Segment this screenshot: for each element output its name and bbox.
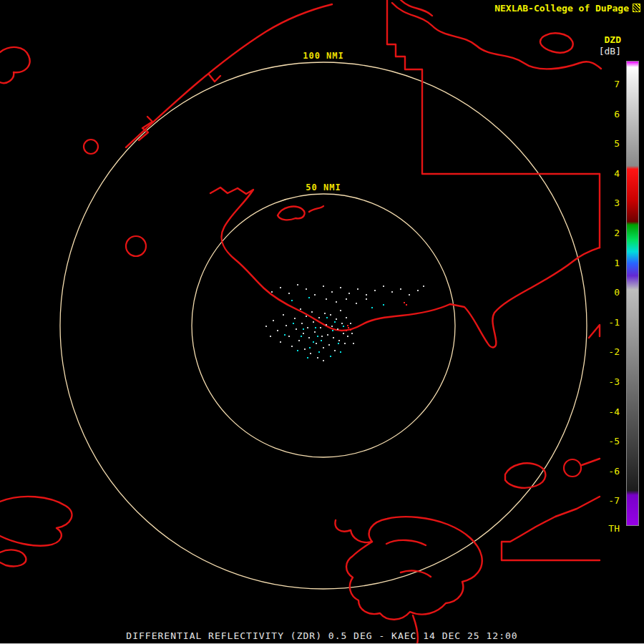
radar-echo-pixel [270,336,271,337]
radar-echo-pixel [328,344,330,346]
radar-echo-pixel [313,321,314,323]
radar-echo-pixel [417,290,419,291]
radar-echo-pixel [353,343,354,344]
product-status-text: DIFFERENTIAL REFLECTIVITY (ZDR) 0.5 DEG … [0,630,644,641]
map-boundary-path [309,206,323,212]
radar-echo-pixel [323,347,324,348]
radar-echo-pixel [277,330,278,331]
range-ring-label: 100 NMI [299,50,348,62]
radar-echo-pixel [348,327,349,328]
colorbar-tick: 4 [600,168,620,180]
radar-echo-pixel [334,321,336,323]
radar-echo-pixel [303,333,304,334]
radar-echo-pixel [366,298,367,300]
radar-echo-pixel [409,294,410,296]
radar-echo-pixel [347,325,348,326]
radar-echo-pixel [291,346,293,347]
map-boundary-path [346,517,482,620]
radar-echo-pixel [400,288,401,290]
radar-echo-pixel [350,323,351,324]
colorbar-tick: 6 [600,109,620,120]
radar-echo-pixel [314,294,316,296]
radar-echo-pixel [297,350,298,351]
map-boundary-path [0,497,72,546]
radar-echo-pixel [343,333,344,334]
radar-echo-pixel [288,293,290,294]
map-boundary-path [0,550,26,566]
radar-echo-pixel [308,337,310,338]
radar-echo-pixel [291,300,293,301]
app-title-text: NEXLAB-College of DuPage [494,3,629,14]
map-boundary-path [278,207,305,220]
radar-echo-pixel [324,313,326,314]
radar-echo-pixel [309,347,311,348]
radar-echo-pixel [273,320,274,321]
radar-echo-pixel [340,287,341,288]
radar-echo-pixel [423,286,424,287]
colorbar-tick: -1 [600,317,620,328]
colorbar-product-label: DZD [600,34,621,45]
map-small-circle [126,236,146,256]
colorbar-tick: 5 [600,138,620,150]
radar-echo-pixel [284,334,286,336]
radar-echo-pixel [280,287,281,288]
colorbar-tick: -3 [600,376,620,388]
radar-echo-pixel [288,336,290,337]
radar-echo-pixel [406,304,407,306]
radar-echo-pixel [310,353,311,354]
radar-echo-pixel [330,314,331,316]
radar-echo-pixel [308,297,310,298]
map-outlines [0,0,601,644]
radar-echo-pixel [333,337,334,338]
radar-echo-pixel [280,341,281,343]
radar-echo-pixel [334,350,336,351]
map-boundary-path [209,74,220,82]
app-title: NEXLAB-College of DuPage [494,3,640,14]
radar-echo-pixel [317,336,318,337]
map-boundary-path [540,33,573,52]
map-boundary-path [386,540,426,545]
radar-map-canvas [0,0,644,644]
colorbar [626,61,639,526]
colorbar-tick: -2 [600,346,620,358]
nexlab-logo-icon [633,4,640,12]
radar-echo-pixel [323,360,324,361]
map-boundary-path [387,0,600,174]
radar-echo-pixel [344,343,346,344]
radar-echo-pixel [357,288,358,290]
colorbar-tick: -7 [600,495,620,507]
colorbar-tick: 1 [600,258,620,269]
radar-echo-pixel [304,348,306,350]
radar-echo-pixel [366,294,367,296]
radar-echo-pixel [404,302,405,303]
radar-echo-pixel [346,317,347,318]
radar-echo-pixel [306,288,307,290]
map-boundary-path [502,497,600,560]
radar-echo-pixel [348,293,350,294]
map-boundary-path [335,520,372,542]
map-boundary-path [210,187,600,347]
range-ring [60,62,587,589]
map-boundary-path [126,4,332,147]
radar-echo-pixel [356,303,357,304]
radar-echo-pixel [318,317,320,318]
radar-echo-pixel [296,328,297,330]
radar-echo-pixel [383,304,384,306]
radar-echo-pixel [332,330,333,331]
radar-echo-pixel [316,343,317,344]
radar-echo-pixel [343,326,344,327]
radar-echo-pixel [307,327,308,328]
radar-echo-pixel [286,325,287,326]
radar-echo-pixel [347,336,348,337]
range-ring-label: 50 NMI [302,182,344,193]
radar-echo-pixel [331,291,333,293]
radar-echo-pixel [350,329,351,331]
colorbar-units-label: [dB] [592,46,621,57]
radar-display: NEXLAB-College of DuPage DZD [dB] 765432… [0,0,644,644]
colorbar-tick: -5 [600,436,620,447]
radar-echo-pixel [311,311,313,313]
radar-echo-pixel [374,290,376,291]
map-boundary-path [0,47,30,83]
radar-echo-pixel [336,318,337,320]
colorbar-tick: 0 [600,287,620,298]
